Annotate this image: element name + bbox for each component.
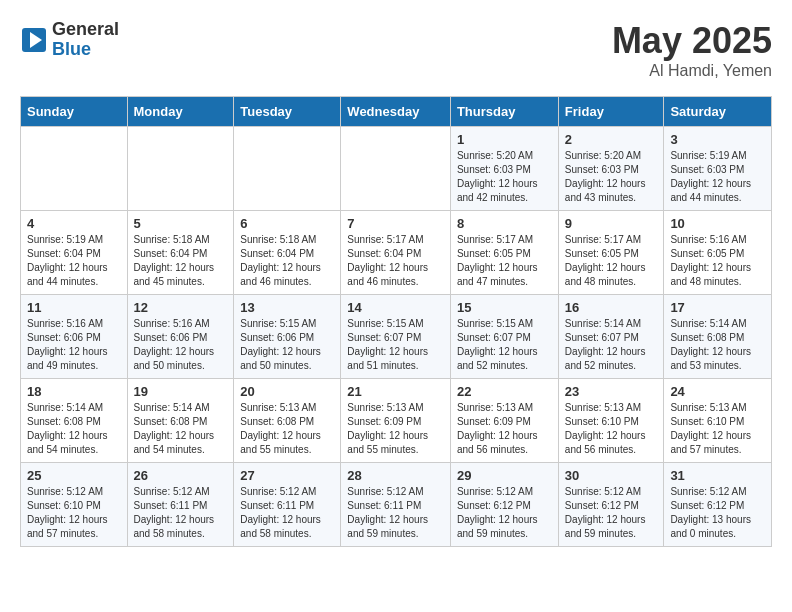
day-info: Sunrise: 5:20 AM Sunset: 6:03 PM Dayligh… bbox=[565, 149, 658, 205]
calendar-cell: 4Sunrise: 5:19 AM Sunset: 6:04 PM Daylig… bbox=[21, 211, 128, 295]
day-info: Sunrise: 5:17 AM Sunset: 6:05 PM Dayligh… bbox=[457, 233, 552, 289]
header-wednesday: Wednesday bbox=[341, 97, 451, 127]
header-row: SundayMondayTuesdayWednesdayThursdayFrid… bbox=[21, 97, 772, 127]
day-info: Sunrise: 5:12 AM Sunset: 6:11 PM Dayligh… bbox=[347, 485, 444, 541]
calendar-body: 1Sunrise: 5:20 AM Sunset: 6:03 PM Daylig… bbox=[21, 127, 772, 547]
calendar-cell: 24Sunrise: 5:13 AM Sunset: 6:10 PM Dayli… bbox=[664, 379, 772, 463]
day-info: Sunrise: 5:15 AM Sunset: 6:06 PM Dayligh… bbox=[240, 317, 334, 373]
calendar-cell: 12Sunrise: 5:16 AM Sunset: 6:06 PM Dayli… bbox=[127, 295, 234, 379]
page-header: General Blue May 2025 Al Hamdi, Yemen bbox=[20, 20, 772, 80]
day-info: Sunrise: 5:15 AM Sunset: 6:07 PM Dayligh… bbox=[347, 317, 444, 373]
day-number: 3 bbox=[670, 132, 765, 147]
header-saturday: Saturday bbox=[664, 97, 772, 127]
calendar-cell: 16Sunrise: 5:14 AM Sunset: 6:07 PM Dayli… bbox=[558, 295, 664, 379]
day-number: 25 bbox=[27, 468, 121, 483]
day-number: 19 bbox=[134, 384, 228, 399]
day-number: 14 bbox=[347, 300, 444, 315]
day-info: Sunrise: 5:17 AM Sunset: 6:04 PM Dayligh… bbox=[347, 233, 444, 289]
calendar-cell bbox=[234, 127, 341, 211]
calendar-cell: 31Sunrise: 5:12 AM Sunset: 6:12 PM Dayli… bbox=[664, 463, 772, 547]
day-info: Sunrise: 5:14 AM Sunset: 6:07 PM Dayligh… bbox=[565, 317, 658, 373]
day-info: Sunrise: 5:12 AM Sunset: 6:11 PM Dayligh… bbox=[134, 485, 228, 541]
calendar-cell: 23Sunrise: 5:13 AM Sunset: 6:10 PM Dayli… bbox=[558, 379, 664, 463]
day-info: Sunrise: 5:14 AM Sunset: 6:08 PM Dayligh… bbox=[27, 401, 121, 457]
calendar-header: SundayMondayTuesdayWednesdayThursdayFrid… bbox=[21, 97, 772, 127]
day-number: 1 bbox=[457, 132, 552, 147]
day-number: 31 bbox=[670, 468, 765, 483]
day-number: 13 bbox=[240, 300, 334, 315]
day-info: Sunrise: 5:16 AM Sunset: 6:06 PM Dayligh… bbox=[27, 317, 121, 373]
day-number: 10 bbox=[670, 216, 765, 231]
calendar-cell: 29Sunrise: 5:12 AM Sunset: 6:12 PM Dayli… bbox=[450, 463, 558, 547]
calendar-cell: 22Sunrise: 5:13 AM Sunset: 6:09 PM Dayli… bbox=[450, 379, 558, 463]
day-number: 5 bbox=[134, 216, 228, 231]
day-info: Sunrise: 5:13 AM Sunset: 6:09 PM Dayligh… bbox=[457, 401, 552, 457]
day-number: 9 bbox=[565, 216, 658, 231]
calendar-cell: 30Sunrise: 5:12 AM Sunset: 6:12 PM Dayli… bbox=[558, 463, 664, 547]
day-info: Sunrise: 5:16 AM Sunset: 6:06 PM Dayligh… bbox=[134, 317, 228, 373]
day-number: 30 bbox=[565, 468, 658, 483]
calendar-cell bbox=[21, 127, 128, 211]
header-tuesday: Tuesday bbox=[234, 97, 341, 127]
week-row-2: 11Sunrise: 5:16 AM Sunset: 6:06 PM Dayli… bbox=[21, 295, 772, 379]
logo-general-label: General bbox=[52, 20, 119, 40]
calendar-cell: 2Sunrise: 5:20 AM Sunset: 6:03 PM Daylig… bbox=[558, 127, 664, 211]
day-info: Sunrise: 5:16 AM Sunset: 6:05 PM Dayligh… bbox=[670, 233, 765, 289]
day-number: 11 bbox=[27, 300, 121, 315]
header-friday: Friday bbox=[558, 97, 664, 127]
calendar-cell: 1Sunrise: 5:20 AM Sunset: 6:03 PM Daylig… bbox=[450, 127, 558, 211]
calendar-cell: 20Sunrise: 5:13 AM Sunset: 6:08 PM Dayli… bbox=[234, 379, 341, 463]
day-number: 4 bbox=[27, 216, 121, 231]
calendar-cell: 9Sunrise: 5:17 AM Sunset: 6:05 PM Daylig… bbox=[558, 211, 664, 295]
day-number: 28 bbox=[347, 468, 444, 483]
calendar-cell: 19Sunrise: 5:14 AM Sunset: 6:08 PM Dayli… bbox=[127, 379, 234, 463]
day-info: Sunrise: 5:14 AM Sunset: 6:08 PM Dayligh… bbox=[670, 317, 765, 373]
calendar-cell: 7Sunrise: 5:17 AM Sunset: 6:04 PM Daylig… bbox=[341, 211, 451, 295]
week-row-0: 1Sunrise: 5:20 AM Sunset: 6:03 PM Daylig… bbox=[21, 127, 772, 211]
day-number: 16 bbox=[565, 300, 658, 315]
week-row-1: 4Sunrise: 5:19 AM Sunset: 6:04 PM Daylig… bbox=[21, 211, 772, 295]
day-info: Sunrise: 5:12 AM Sunset: 6:12 PM Dayligh… bbox=[565, 485, 658, 541]
day-number: 21 bbox=[347, 384, 444, 399]
day-info: Sunrise: 5:19 AM Sunset: 6:04 PM Dayligh… bbox=[27, 233, 121, 289]
calendar-cell: 5Sunrise: 5:18 AM Sunset: 6:04 PM Daylig… bbox=[127, 211, 234, 295]
calendar-cell: 13Sunrise: 5:15 AM Sunset: 6:06 PM Dayli… bbox=[234, 295, 341, 379]
calendar-cell: 6Sunrise: 5:18 AM Sunset: 6:04 PM Daylig… bbox=[234, 211, 341, 295]
day-info: Sunrise: 5:18 AM Sunset: 6:04 PM Dayligh… bbox=[240, 233, 334, 289]
day-number: 24 bbox=[670, 384, 765, 399]
calendar-cell: 10Sunrise: 5:16 AM Sunset: 6:05 PM Dayli… bbox=[664, 211, 772, 295]
calendar-cell: 25Sunrise: 5:12 AM Sunset: 6:10 PM Dayli… bbox=[21, 463, 128, 547]
calendar-cell: 8Sunrise: 5:17 AM Sunset: 6:05 PM Daylig… bbox=[450, 211, 558, 295]
day-number: 23 bbox=[565, 384, 658, 399]
day-number: 8 bbox=[457, 216, 552, 231]
header-sunday: Sunday bbox=[21, 97, 128, 127]
calendar-cell: 14Sunrise: 5:15 AM Sunset: 6:07 PM Dayli… bbox=[341, 295, 451, 379]
calendar-cell: 21Sunrise: 5:13 AM Sunset: 6:09 PM Dayli… bbox=[341, 379, 451, 463]
day-info: Sunrise: 5:17 AM Sunset: 6:05 PM Dayligh… bbox=[565, 233, 658, 289]
calendar-cell: 28Sunrise: 5:12 AM Sunset: 6:11 PM Dayli… bbox=[341, 463, 451, 547]
header-monday: Monday bbox=[127, 97, 234, 127]
day-info: Sunrise: 5:14 AM Sunset: 6:08 PM Dayligh… bbox=[134, 401, 228, 457]
calendar-cell: 15Sunrise: 5:15 AM Sunset: 6:07 PM Dayli… bbox=[450, 295, 558, 379]
day-number: 27 bbox=[240, 468, 334, 483]
day-info: Sunrise: 5:18 AM Sunset: 6:04 PM Dayligh… bbox=[134, 233, 228, 289]
logo-blue-label: Blue bbox=[52, 40, 119, 60]
day-info: Sunrise: 5:13 AM Sunset: 6:08 PM Dayligh… bbox=[240, 401, 334, 457]
day-info: Sunrise: 5:13 AM Sunset: 6:09 PM Dayligh… bbox=[347, 401, 444, 457]
day-info: Sunrise: 5:20 AM Sunset: 6:03 PM Dayligh… bbox=[457, 149, 552, 205]
day-number: 29 bbox=[457, 468, 552, 483]
logo-text: General Blue bbox=[52, 20, 119, 60]
day-number: 12 bbox=[134, 300, 228, 315]
day-number: 20 bbox=[240, 384, 334, 399]
calendar-table: SundayMondayTuesdayWednesdayThursdayFrid… bbox=[20, 96, 772, 547]
day-info: Sunrise: 5:12 AM Sunset: 6:11 PM Dayligh… bbox=[240, 485, 334, 541]
day-info: Sunrise: 5:15 AM Sunset: 6:07 PM Dayligh… bbox=[457, 317, 552, 373]
location: Al Hamdi, Yemen bbox=[612, 62, 772, 80]
day-info: Sunrise: 5:12 AM Sunset: 6:12 PM Dayligh… bbox=[457, 485, 552, 541]
day-number: 26 bbox=[134, 468, 228, 483]
day-number: 2 bbox=[565, 132, 658, 147]
week-row-3: 18Sunrise: 5:14 AM Sunset: 6:08 PM Dayli… bbox=[21, 379, 772, 463]
calendar-cell bbox=[127, 127, 234, 211]
day-info: Sunrise: 5:12 AM Sunset: 6:12 PM Dayligh… bbox=[670, 485, 765, 541]
day-number: 6 bbox=[240, 216, 334, 231]
